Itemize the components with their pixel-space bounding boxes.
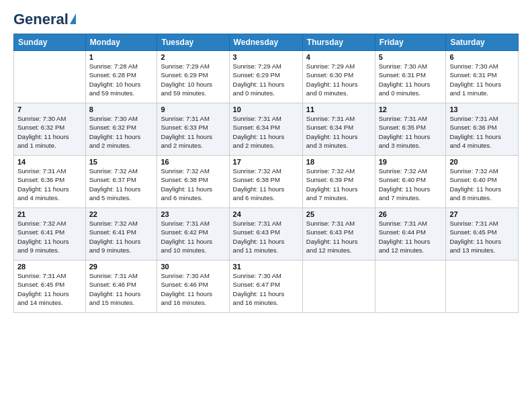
day-info: Sunrise: 7:29 AM Sunset: 6:29 PM Dayligh… (161, 62, 225, 97)
day-info: Sunrise: 7:30 AM Sunset: 6:31 PM Dayligh… (449, 62, 515, 97)
day-info: Sunrise: 7:32 AM Sunset: 6:40 PM Dayligh… (449, 167, 515, 202)
calendar-cell: 24Sunrise: 7:31 AM Sunset: 6:43 PM Dayli… (229, 208, 302, 261)
day-number: 20 (449, 158, 515, 166)
calendar-week-row: 7Sunrise: 7:30 AM Sunset: 6:32 PM Daylig… (14, 103, 519, 156)
day-info: Sunrise: 7:31 AM Sunset: 6:33 PM Dayligh… (161, 114, 225, 150)
day-info: Sunrise: 7:30 AM Sunset: 6:31 PM Dayligh… (379, 62, 443, 97)
day-number: 15 (89, 158, 154, 166)
calendar-cell: 16Sunrise: 7:32 AM Sunset: 6:38 PM Dayli… (157, 156, 229, 208)
day-info: Sunrise: 7:32 AM Sunset: 6:41 PM Dayligh… (89, 219, 154, 255)
calendar-cell: 19Sunrise: 7:32 AM Sunset: 6:40 PM Dayli… (375, 156, 446, 208)
calendar-cell: 29Sunrise: 7:31 AM Sunset: 6:46 PM Dayli… (85, 261, 157, 313)
day-number: 26 (379, 210, 443, 218)
logo-general-text: General (13, 11, 69, 28)
day-number: 29 (89, 263, 154, 271)
calendar-week-row: 1Sunrise: 7:28 AM Sunset: 6:28 PM Daylig… (14, 51, 519, 103)
logo: General (13, 11, 76, 28)
day-info: Sunrise: 7:30 AM Sunset: 6:46 PM Dayligh… (161, 271, 225, 307)
calendar-table: SundayMondayTuesdayWednesdayThursdayFrid… (13, 34, 519, 313)
logo-triangle-icon (70, 13, 76, 24)
calendar-cell: 3Sunrise: 7:29 AM Sunset: 6:29 PM Daylig… (229, 51, 302, 103)
day-info: Sunrise: 7:32 AM Sunset: 6:37 PM Dayligh… (89, 167, 154, 202)
day-info: Sunrise: 7:29 AM Sunset: 6:30 PM Dayligh… (306, 62, 371, 97)
day-info: Sunrise: 7:32 AM Sunset: 6:39 PM Dayligh… (306, 167, 371, 202)
calendar-day-header: Wednesday (229, 34, 302, 51)
day-number: 4 (306, 53, 371, 61)
day-info: Sunrise: 7:31 AM Sunset: 6:44 PM Dayligh… (379, 219, 443, 255)
calendar-day-header: Tuesday (157, 34, 229, 51)
day-number: 22 (89, 210, 154, 218)
day-info: Sunrise: 7:30 AM Sunset: 6:47 PM Dayligh… (233, 271, 299, 307)
calendar-header-row: SundayMondayTuesdayWednesdayThursdayFrid… (14, 34, 519, 51)
calendar-cell: 30Sunrise: 7:30 AM Sunset: 6:46 PM Dayli… (157, 261, 229, 313)
day-info: Sunrise: 7:32 AM Sunset: 6:41 PM Dayligh… (17, 219, 82, 255)
calendar-week-row: 21Sunrise: 7:32 AM Sunset: 6:41 PM Dayli… (14, 208, 519, 261)
calendar-cell: 14Sunrise: 7:31 AM Sunset: 6:36 PM Dayli… (14, 156, 86, 208)
calendar-cell: 28Sunrise: 7:31 AM Sunset: 6:45 PM Dayli… (14, 261, 86, 313)
calendar-day-header: Saturday (446, 34, 519, 51)
day-number: 1 (89, 53, 154, 61)
day-info: Sunrise: 7:30 AM Sunset: 6:32 PM Dayligh… (17, 114, 82, 150)
day-number: 23 (161, 210, 225, 218)
calendar-cell: 1Sunrise: 7:28 AM Sunset: 6:28 PM Daylig… (85, 51, 157, 103)
calendar-day-header: Thursday (302, 34, 375, 51)
day-info: Sunrise: 7:31 AM Sunset: 6:34 PM Dayligh… (306, 114, 371, 150)
day-number: 12 (379, 105, 443, 113)
calendar-cell: 6Sunrise: 7:30 AM Sunset: 6:31 PM Daylig… (446, 51, 519, 103)
day-number: 16 (161, 158, 225, 166)
calendar-day-header: Sunday (14, 34, 86, 51)
calendar-cell: 4Sunrise: 7:29 AM Sunset: 6:30 PM Daylig… (302, 51, 375, 103)
day-number: 18 (306, 158, 371, 166)
day-number: 5 (379, 53, 443, 61)
day-number: 3 (233, 53, 299, 61)
day-number: 11 (306, 105, 371, 113)
calendar-cell: 11Sunrise: 7:31 AM Sunset: 6:34 PM Dayli… (302, 103, 375, 156)
calendar-week-row: 28Sunrise: 7:31 AM Sunset: 6:45 PM Dayli… (14, 261, 519, 313)
day-info: Sunrise: 7:31 AM Sunset: 6:36 PM Dayligh… (17, 167, 82, 202)
calendar-cell: 31Sunrise: 7:30 AM Sunset: 6:47 PM Dayli… (229, 261, 302, 313)
day-number: 30 (161, 263, 225, 271)
day-number: 28 (17, 263, 82, 271)
day-number: 8 (89, 105, 154, 113)
header: General (13, 11, 519, 28)
day-info: Sunrise: 7:29 AM Sunset: 6:29 PM Dayligh… (233, 62, 299, 97)
day-number: 13 (449, 105, 515, 113)
day-info: Sunrise: 7:31 AM Sunset: 6:43 PM Dayligh… (233, 219, 299, 255)
day-info: Sunrise: 7:32 AM Sunset: 6:40 PM Dayligh… (379, 167, 443, 202)
calendar-cell: 9Sunrise: 7:31 AM Sunset: 6:33 PM Daylig… (157, 103, 229, 156)
calendar-week-row: 14Sunrise: 7:31 AM Sunset: 6:36 PM Dayli… (14, 156, 519, 208)
day-number: 31 (233, 263, 299, 271)
day-number: 14 (17, 158, 82, 166)
day-number: 19 (379, 158, 443, 166)
calendar-cell: 23Sunrise: 7:31 AM Sunset: 6:42 PM Dayli… (157, 208, 229, 261)
calendar-cell: 20Sunrise: 7:32 AM Sunset: 6:40 PM Dayli… (446, 156, 519, 208)
day-number: 25 (306, 210, 371, 218)
calendar-cell: 13Sunrise: 7:31 AM Sunset: 6:36 PM Dayli… (446, 103, 519, 156)
calendar-cell (446, 261, 519, 313)
day-info: Sunrise: 7:31 AM Sunset: 6:36 PM Dayligh… (449, 114, 515, 150)
calendar-cell (14, 51, 86, 103)
calendar-cell: 12Sunrise: 7:31 AM Sunset: 6:35 PM Dayli… (375, 103, 446, 156)
day-info: Sunrise: 7:30 AM Sunset: 6:32 PM Dayligh… (89, 114, 154, 150)
day-info: Sunrise: 7:31 AM Sunset: 6:45 PM Dayligh… (17, 271, 82, 307)
day-info: Sunrise: 7:32 AM Sunset: 6:38 PM Dayligh… (233, 167, 299, 202)
day-number: 10 (233, 105, 299, 113)
calendar-cell: 15Sunrise: 7:32 AM Sunset: 6:37 PM Dayli… (85, 156, 157, 208)
calendar-cell (375, 261, 446, 313)
day-info: Sunrise: 7:28 AM Sunset: 6:28 PM Dayligh… (89, 62, 154, 97)
calendar-cell: 25Sunrise: 7:31 AM Sunset: 6:43 PM Dayli… (302, 208, 375, 261)
day-info: Sunrise: 7:31 AM Sunset: 6:42 PM Dayligh… (161, 219, 225, 255)
calendar-cell: 21Sunrise: 7:32 AM Sunset: 6:41 PM Dayli… (14, 208, 86, 261)
day-info: Sunrise: 7:31 AM Sunset: 6:34 PM Dayligh… (233, 114, 299, 150)
calendar-cell: 18Sunrise: 7:32 AM Sunset: 6:39 PM Dayli… (302, 156, 375, 208)
calendar-day-header: Friday (375, 34, 446, 51)
day-info: Sunrise: 7:31 AM Sunset: 6:46 PM Dayligh… (89, 271, 154, 307)
day-number: 7 (17, 105, 82, 113)
day-number: 24 (233, 210, 299, 218)
day-info: Sunrise: 7:32 AM Sunset: 6:38 PM Dayligh… (161, 167, 225, 202)
day-number: 27 (449, 210, 515, 218)
calendar-cell: 10Sunrise: 7:31 AM Sunset: 6:34 PM Dayli… (229, 103, 302, 156)
day-info: Sunrise: 7:31 AM Sunset: 6:45 PM Dayligh… (449, 219, 515, 255)
calendar-day-header: Monday (85, 34, 157, 51)
calendar-cell: 27Sunrise: 7:31 AM Sunset: 6:45 PM Dayli… (446, 208, 519, 261)
